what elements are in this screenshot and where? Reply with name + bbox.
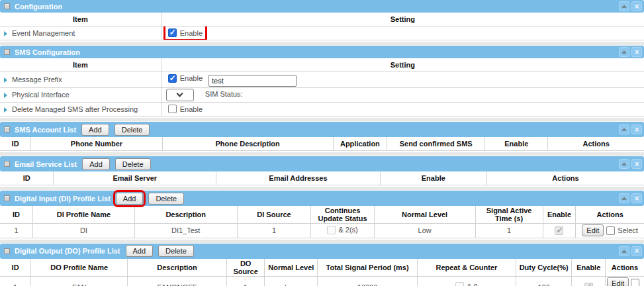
table-row: Event Management Enable (0, 26, 644, 40)
section-sms-account-list: SMS Account List Add Delete ID Phone Num… (0, 122, 644, 151)
column-header: Application (333, 137, 387, 150)
setting-cell: Enable (161, 26, 644, 40)
collapse-icon (621, 250, 627, 253)
column-header: Phone Description (162, 137, 333, 150)
column-header: DO Source (226, 259, 264, 277)
item-cell: Event Management (0, 26, 161, 40)
section-icon (4, 49, 10, 55)
setting-cell: Enable (161, 102, 644, 116)
event-handling-config-page: Configuration Item Setting Event Managem… (0, 0, 644, 286)
do-description-cell: FANONOFF (128, 276, 227, 286)
select-checkbox[interactable] (606, 226, 615, 235)
collapse-icon (621, 5, 627, 8)
section-divider (0, 185, 644, 191)
configuration-header-bar: Configuration (0, 0, 644, 13)
close-button[interactable] (631, 47, 642, 57)
physical-interface-select[interactable] (166, 89, 194, 101)
do-repeat-counter-cell: & 0 (417, 276, 516, 286)
di-enable-cell (543, 224, 576, 238)
sms-configuration-table: Item Setting Message Prefix Enable Physi… (0, 58, 644, 116)
column-header-setting: Setting (161, 13, 644, 26)
column-header: Email Server (54, 171, 216, 185)
delete-button[interactable]: Delete (158, 245, 194, 257)
collapse-button[interactable] (619, 246, 629, 256)
collapse-icon (621, 197, 627, 200)
column-header: Normal Level (265, 259, 318, 277)
close-button[interactable] (631, 124, 642, 134)
column-header: Description (128, 259, 227, 277)
collapse-button[interactable] (619, 193, 629, 203)
delete-button[interactable]: Delete (115, 158, 151, 170)
close-icon (634, 195, 639, 203)
collapse-button[interactable] (619, 1, 629, 11)
delete-button[interactable]: Delete (115, 124, 150, 136)
add-button[interactable]: Add (116, 193, 144, 205)
section-icon (4, 126, 10, 132)
add-button[interactable]: Add (126, 245, 154, 257)
section-title: Digital Input (DI) Profile List (15, 195, 111, 203)
collapse-button[interactable] (619, 124, 629, 134)
collapse-icon (621, 128, 627, 131)
column-header: Actions (576, 206, 644, 224)
section-icon (4, 195, 10, 201)
di-source-cell: 1 (237, 224, 311, 238)
item-arrow-icon (4, 93, 7, 98)
column-header: Send confirmed SMS (387, 137, 485, 150)
column-header: Phone Number (31, 137, 162, 150)
column-header: Continues Update Status (311, 206, 374, 224)
column-header: Actions (548, 137, 644, 150)
message-prefix-enable-checkbox[interactable] (168, 74, 177, 83)
di-description-cell: DI1_Test (134, 224, 237, 238)
section-do-profile-list: Digital Output (DO) Profile List Add Del… (0, 244, 644, 286)
sms-account-list-header-bar: SMS Account List Add Delete (0, 122, 644, 137)
add-button[interactable]: Add (81, 124, 109, 136)
table-row: Delete Managed SMS after Processing Enab… (0, 102, 644, 116)
column-header: Duty Cycle(%) (516, 259, 572, 277)
di-actions-cell: Edit Select (576, 224, 644, 238)
edit-button[interactable]: Edit (582, 224, 604, 236)
event-management-enable-checkbox[interactable] (168, 28, 177, 37)
collapse-button[interactable] (619, 159, 629, 169)
email-service-list-header-bar: Email Service List Add Delete (0, 156, 644, 171)
delete-managed-sms-enable-checkbox[interactable] (168, 105, 177, 113)
collapse-button[interactable] (619, 47, 629, 57)
edit-button[interactable]: Edit (607, 277, 629, 286)
section-title: Digital Output (DO) Profile List (15, 247, 120, 255)
close-button[interactable] (631, 1, 642, 11)
column-header: ID (0, 259, 31, 277)
do-profile-table: ID DO Profile Name Description DO Source… (0, 259, 644, 286)
close-button[interactable] (631, 193, 642, 203)
do-normal-level-cell: Low (265, 276, 318, 286)
table-row: Physical Interface SIM Status: (0, 87, 644, 102)
repeat-counter-value: & 0 (467, 283, 478, 286)
column-header-item: Item (0, 58, 161, 72)
di-signal-active-time-cell: 1 (475, 224, 543, 238)
section-icon (4, 248, 10, 254)
column-header: Email Addresses (216, 171, 380, 185)
sms-configuration-header-bar: SMS Configuration (0, 46, 644, 58)
column-header: Signal Active Time (s) (475, 206, 543, 224)
item-label: Physical Interface (12, 91, 69, 99)
close-button[interactable] (631, 159, 642, 169)
message-prefix-input[interactable] (208, 75, 297, 87)
di-id-cell: 1 (0, 224, 33, 238)
di-normal-level-cell: Low (374, 224, 475, 238)
chevron-down-icon (177, 90, 183, 97)
enable-label: Enable (180, 74, 203, 82)
column-header: DO Profile Name (31, 259, 128, 277)
do-id-cell: 1 (0, 276, 31, 286)
column-header: Enable (380, 171, 487, 185)
column-header: Enable (543, 206, 576, 224)
column-header: Description (134, 206, 237, 224)
collapse-icon (621, 162, 627, 166)
select-checkbox[interactable] (631, 279, 639, 286)
section-email-service-list: Email Service List Add Delete ID Email S… (0, 156, 644, 185)
column-header-setting: Setting (161, 58, 644, 72)
delete-button[interactable]: Delete (148, 193, 184, 205)
close-button[interactable] (631, 246, 642, 256)
section-sms-configuration: SMS Configuration Item Setting Message P… (0, 46, 644, 117)
section-divider (0, 238, 644, 244)
di-enable-checkbox (555, 226, 563, 235)
section-divider (0, 117, 644, 122)
add-button[interactable]: Add (82, 158, 110, 170)
